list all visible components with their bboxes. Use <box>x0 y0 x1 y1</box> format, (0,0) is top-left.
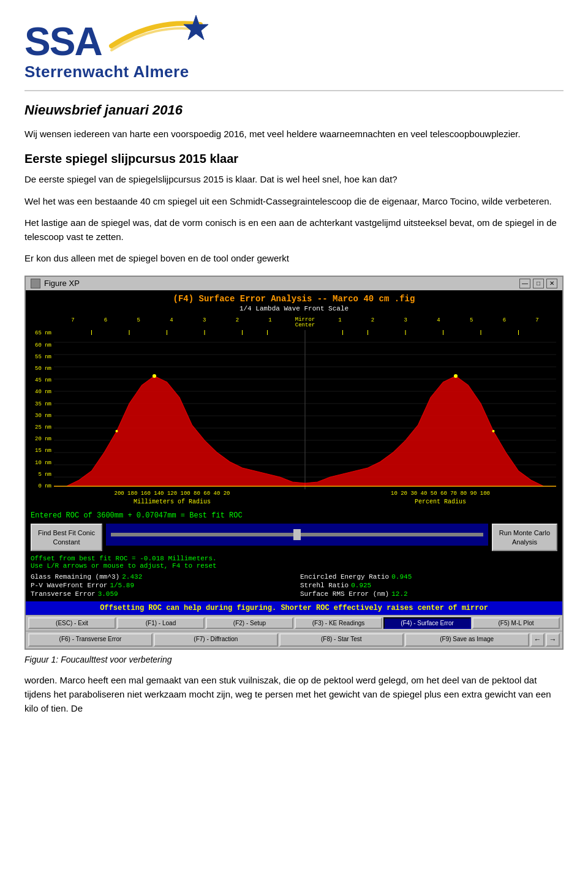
offset-line2: Use L/R arrows or mouse to adjust, F4 to… <box>31 562 557 570</box>
stat-pv-value: 1/5.89 <box>110 582 134 589</box>
buttons-row: Find Best Fit ConicConstant Run Monte Ca… <box>26 521 562 554</box>
offset-info: Offset from best fit ROC = -0.018 Millim… <box>26 554 562 571</box>
fkeys-row2: (F6) - Transverse Error (F7) - Diffracti… <box>26 631 562 649</box>
stat-strehl-label: Strehl Ratio <box>300 582 349 589</box>
fkey-esc[interactable]: (ESC) - Exit <box>28 617 116 629</box>
header-divider <box>24 90 564 91</box>
chart-svg <box>54 330 556 489</box>
minimize-button[interactable]: — <box>519 279 530 288</box>
newsletter-title: Nieuwsbrief januari 2016 <box>24 102 564 118</box>
svg-marker-0 <box>184 15 208 40</box>
svg-marker-15 <box>305 376 556 486</box>
info-banner: Offsetting ROC can help during figuring.… <box>26 601 562 615</box>
stat-transverse-label: Transverse Error <box>31 590 96 598</box>
fkey-f8[interactable]: (F8) - Star Test <box>279 633 404 647</box>
chart-main <box>54 330 556 489</box>
x-axis-unit-labels: Millimeters of Radius Percent Radius <box>32 498 556 505</box>
stat-rms-value: 12.2 <box>391 590 407 598</box>
logo-section: SSA Sterrenwacht Almere <box>24 12 564 81</box>
svg-point-18 <box>115 430 118 432</box>
figure-caption: Figuur 1: Foucaulttest voor verbetering <box>24 655 564 664</box>
logo-star-swish-icon <box>105 12 209 61</box>
stat-glass-label: Glass Remaining (mm^3) <box>31 573 119 581</box>
body-p2: Wel het was een bestaande 40 cm spiegel … <box>24 194 564 208</box>
fkey-f4[interactable]: (F4) - Surface Error <box>383 617 471 629</box>
fkey-f7[interactable]: (F7) - Diffraction <box>154 633 278 647</box>
intro-paragraph: Wij wensen iedereen van harte een voorsp… <box>24 127 564 141</box>
chart-subtitle: 1/4 Lambda Wave Front Scale <box>26 305 562 315</box>
body-p4: Er kon dus alleen met de spiegel boven e… <box>24 251 564 265</box>
mirror-center-label: MirrorCenter <box>287 317 323 329</box>
fkey-f2[interactable]: (F2) - Setup <box>206 617 293 629</box>
stat-transverse: Transverse Error 3.059 <box>31 590 288 598</box>
figure-xp-window: Figure XP — □ ✕ (F4) Surface Error Analy… <box>24 276 564 650</box>
chart-container: 7654321 MirrorCenter 1234567 65 nm60 nm5… <box>26 315 562 511</box>
svg-point-19 <box>492 430 494 432</box>
roc-slider-thumb[interactable] <box>293 529 301 540</box>
fkey-f9[interactable]: (F9) Save as Image <box>405 633 529 647</box>
stat-energy-label: Encircled Energy Ratio <box>300 573 389 581</box>
chart-title: (F4) Surface Error Analysis -- Marco 40 … <box>26 290 562 305</box>
offset-line1: Offset from best fit ROC = -0.018 Millim… <box>31 555 557 562</box>
titlebar-controls[interactable]: — □ ✕ <box>519 279 557 288</box>
stat-rms: Surface RMS Error (nm) 12.2 <box>300 590 557 598</box>
stat-energy: Encircled Energy Ratio 0.945 <box>300 573 557 581</box>
roc-info-text: Entered ROC of 3600mm + 0.07047mm = Best… <box>31 511 243 520</box>
titlebar-left: Figure XP <box>31 279 80 288</box>
find-best-fit-button[interactable]: Find Best Fit ConicConstant <box>31 524 102 551</box>
logo-ssa-row: SSA <box>24 12 209 61</box>
stats-panel: Glass Remaining (mm^3) 2.432 Encircled E… <box>26 571 562 601</box>
x-top-right-labels: 1234567 <box>323 317 554 329</box>
stat-rms-label: Surface RMS Error (nm) <box>300 590 389 598</box>
roc-slider-track[interactable] <box>111 533 483 536</box>
logo-subtitle: Sterrenwacht Almere <box>24 62 209 81</box>
stat-pv-label: P-V WaveFront Error <box>31 582 107 589</box>
chart-area: 65 nm60 nm55 nm50 nm 45 nm40 nm35 nm30 n… <box>32 330 556 489</box>
svg-marker-14 <box>54 376 305 486</box>
arrow-left-button[interactable]: ← <box>530 633 545 647</box>
fkey-f5[interactable]: (F5) M-L Plot <box>472 617 560 629</box>
stat-strehl-value: 0.925 <box>351 582 371 589</box>
stat-strehl: Strehl Ratio 0.925 <box>300 582 557 589</box>
roc-slider-area[interactable] <box>106 524 488 546</box>
run-monte-carlo-button[interactable]: Run Monte CarloAnalysis <box>492 524 557 551</box>
fkey-f3[interactable]: (F3) - KE Readings <box>295 617 382 629</box>
titlebar: Figure XP — □ ✕ <box>26 277 562 290</box>
svg-point-16 <box>153 374 156 378</box>
window-icon <box>31 279 40 288</box>
body-p1: De eerste spiegel van de spiegelslijpcur… <box>24 172 564 186</box>
y-axis-labels: 65 nm60 nm55 nm50 nm 45 nm40 nm35 nm30 n… <box>32 330 54 489</box>
svg-point-17 <box>454 374 458 378</box>
fkey-f1[interactable]: (F1) - Load <box>117 617 205 629</box>
ssa-text: SSA <box>24 22 102 61</box>
maximize-button[interactable]: □ <box>533 279 544 288</box>
arrow-right-button[interactable]: → <box>546 633 560 647</box>
logo-block: SSA Sterrenwacht Almere <box>24 12 209 81</box>
close-button[interactable]: ✕ <box>546 279 557 288</box>
fkey-f6[interactable]: (F6) - Transverse Error <box>28 633 153 647</box>
stat-pv: P-V WaveFront Error 1/5.89 <box>31 582 288 589</box>
fkeys-row1: (ESC) - Exit (F1) - Load (F2) - Setup (F… <box>26 615 562 631</box>
body-p3: Het lastige aan de spiegel was, dat de v… <box>24 216 564 244</box>
x-bottom-labels: 200 180 160 140 120 100 80 60 40 20 10 2… <box>32 491 556 497</box>
section-heading: Eerste spiegel slijpcursus 2015 klaar <box>24 152 564 166</box>
stat-energy-value: 0.945 <box>391 573 412 581</box>
final-paragraph: worden. Marco heeft een mal gemaakt van … <box>24 673 564 716</box>
titlebar-title: Figure XP <box>44 279 80 288</box>
stat-transverse-value: 3.059 <box>98 590 118 598</box>
roc-info-row: Entered ROC of 3600mm + 0.07047mm = Best… <box>26 510 562 521</box>
x-top-left-labels: 7654321 <box>56 317 287 329</box>
stat-glass-value: 2.432 <box>122 573 142 581</box>
stat-glass: Glass Remaining (mm^3) 2.432 <box>31 573 288 581</box>
